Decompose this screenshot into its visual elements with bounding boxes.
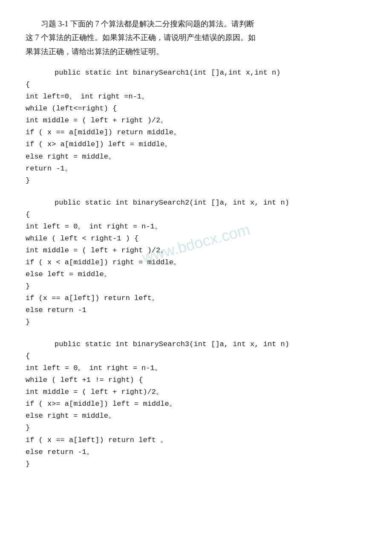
- algo2-line-9: }: [26, 318, 30, 326]
- algorithm-2: public static int binarySearch2(int []a,…: [26, 197, 366, 329]
- algo1-line-0: {: [26, 81, 30, 89]
- algo3-line-3: int middle = ( left + right)/2。: [26, 388, 163, 396]
- algo2-line-4: if ( x < a[middle]) right = middle。: [26, 258, 181, 266]
- algo1-header: public static int binarySearch1(int []a,…: [26, 67, 366, 79]
- algo1-line-5: if ( x> a[middle]) left = middle。: [26, 140, 172, 148]
- algo3-header: public static int binarySearch3(int []a,…: [26, 338, 366, 350]
- algo3-line-7: if ( x == a[left]) return left 。: [26, 436, 167, 444]
- intro-line1: 习题 3-1 下面的 7 个算法都是解决二分搜索问题的算法。请判断: [41, 20, 254, 28]
- algo2-line-2: while ( left < right-1 ) {: [26, 234, 138, 243]
- intro-paragraph: 习题 3-1 下面的 7 个算法都是解决二分搜索问题的算法。请判断 这 7 个算…: [26, 17, 366, 58]
- algo2-line-7: if (x == a[left]) return left。: [26, 294, 159, 302]
- algo3-line-5: else right = middle。: [26, 412, 115, 420]
- intro-line2: 这 7 个算法的正确性。如果算法不正确，请说明产生错误的原因。如: [26, 33, 256, 42]
- algo3-line-0: {: [26, 352, 30, 360]
- algorithm-1: public static int binarySearch1(int []a,…: [26, 67, 366, 186]
- algo1-line-3: int middle = ( left + right )/2。: [26, 116, 167, 124]
- algo2-line-6: }: [26, 282, 30, 290]
- algorithm-3: public static int binarySearch3(int []a,…: [26, 338, 366, 470]
- algo1-line-7: return -1。: [26, 165, 72, 173]
- algo3-line-1: int left = 0。 int right = n-1。: [26, 364, 162, 372]
- algo2-line-0: {: [26, 211, 30, 219]
- algo2-header: public static int binarySearch2(int []a,…: [26, 197, 366, 209]
- algo2-line-3: int middle = ( left + right )/2。: [26, 246, 167, 254]
- page-content: www.bdocx.com 习题 3-1 下面的 7 个算法都是解决二分搜索问题…: [26, 17, 366, 470]
- algo3-line-9: }: [26, 460, 30, 468]
- algo1-line-8: }: [26, 176, 30, 185]
- algo3-line-8: else return -1。: [26, 448, 94, 456]
- algo1-line-6: else right = middle。: [26, 153, 115, 161]
- algo3-line-6: }: [26, 424, 30, 432]
- intro-line3: 果算法正确，请给出算法的正确性证明。: [26, 47, 164, 56]
- algo1-line-2: while (left<=right) {: [26, 104, 117, 113]
- algo3-line-2: while ( left +1 != right) {: [26, 376, 143, 384]
- algo2-line-5: else left = middle。: [26, 270, 111, 278]
- algo2-line-8: else return -1: [26, 306, 86, 314]
- algo1-line-4: if ( x == a[middle]) return middle。: [26, 128, 181, 136]
- algo2-line-1: int left = 0。 int right = n-1。: [26, 223, 162, 231]
- algo3-line-4: if ( x>= a[middle]) left = middle。: [26, 400, 176, 408]
- algo1-line-1: int left=0。 int right =n-1。: [26, 92, 149, 101]
